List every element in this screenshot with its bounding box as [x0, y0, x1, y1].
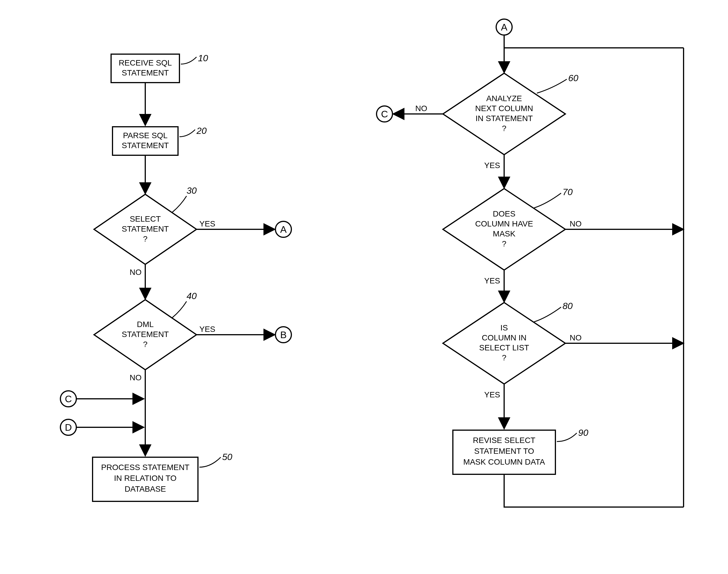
ref-40: 40 [186, 291, 197, 301]
ref-50: 50 [222, 452, 232, 462]
edge-30-yes-label: YES [199, 219, 215, 228]
edge-80-no-label: NO [570, 333, 582, 342]
leader-60 [537, 79, 567, 93]
ref-10: 10 [198, 53, 208, 63]
node-column-have-mask: DOES COLUMN HAVE MASK ? [443, 189, 565, 270]
svg-text:MASK: MASK [493, 229, 516, 238]
edge-90-feedback [504, 474, 684, 507]
node-receive-sql: RECEIVE SQL STATEMENT [111, 54, 179, 83]
node-parse-sql: PARSE SQL STATEMENT [113, 127, 178, 155]
edge-80-yes-label: YES [484, 390, 500, 399]
svg-text:?: ? [143, 235, 147, 243]
connector-A-right-label: A [501, 22, 508, 33]
connector-C-left-label: C [65, 394, 72, 404]
leader-50 [199, 457, 221, 467]
svg-text:?: ? [502, 353, 506, 362]
svg-text:SELECT: SELECT [130, 214, 161, 223]
node-process-statement: PROCESS STATEMENT IN RELATION TO DATABAS… [93, 457, 198, 501]
svg-text:ANALYZE: ANALYZE [486, 94, 522, 103]
svg-text:PROCESS STATEMENT: PROCESS STATEMENT [101, 463, 189, 472]
svg-text:STATEMENT TO: STATEMENT TO [474, 447, 534, 455]
svg-text:SELECT LIST: SELECT LIST [479, 343, 529, 352]
svg-text:?: ? [502, 124, 506, 133]
svg-text:DML: DML [137, 320, 154, 329]
node-revise-select: REVISE SELECT STATEMENT TO MASK COLUMN D… [453, 430, 555, 474]
svg-text:?: ? [143, 340, 147, 349]
leader-80 [534, 307, 561, 322]
leader-20 [179, 130, 195, 137]
svg-text:DOES: DOES [493, 209, 515, 218]
ref-70: 70 [562, 187, 573, 197]
leader-40 [172, 301, 186, 318]
node-dml-statement: DML STATEMENT ? [94, 300, 197, 370]
leader-10 [181, 57, 197, 64]
edge-60-no-label: NO [415, 104, 427, 113]
svg-text:PARSE SQL: PARSE SQL [123, 131, 168, 140]
edge-40-no-label: NO [130, 373, 141, 382]
ref-60: 60 [568, 73, 579, 83]
node-analyze-next-column: ANALYZE NEXT COLUMN IN STATEMENT ? [443, 73, 565, 155]
node-column-in-select-list: IS COLUMN IN SELECT LIST ? [443, 302, 565, 384]
leader-70 [534, 193, 561, 208]
connector-C-right-label: C [381, 109, 388, 119]
svg-text:?: ? [502, 239, 506, 248]
svg-text:COLUMN IN: COLUMN IN [482, 333, 526, 342]
svg-text:COLUMN HAVE: COLUMN HAVE [475, 219, 533, 228]
svg-text:STATEMENT: STATEMENT [122, 224, 169, 233]
svg-text:MASK COLUMN DATA: MASK COLUMN DATA [463, 457, 545, 466]
connector-B-label: B [280, 329, 287, 340]
svg-text:REVISE SELECT: REVISE SELECT [473, 436, 535, 445]
svg-text:STATEMENT: STATEMENT [122, 330, 169, 339]
edge-60-yes-label: YES [484, 161, 500, 170]
svg-text:RECEIVE SQL: RECEIVE SQL [119, 58, 172, 67]
ref-20: 20 [196, 126, 207, 136]
svg-text:IS: IS [501, 323, 508, 332]
edge-70-no-label: NO [570, 219, 582, 228]
svg-text:DATABASE: DATABASE [124, 485, 166, 493]
leader-30 [172, 196, 186, 212]
edge-70-yes-label: YES [484, 276, 500, 285]
flowchart-diagram: RECEIVE SQL STATEMENT 10 PARSE SQL STATE… [0, 0, 728, 574]
leader-90 [557, 433, 577, 442]
connector-A-left-label: A [280, 224, 287, 235]
svg-text:IN RELATION TO: IN RELATION TO [114, 474, 176, 483]
connector-D-label: D [65, 422, 72, 433]
ref-30: 30 [186, 186, 197, 196]
svg-text:NEXT COLUMN: NEXT COLUMN [475, 104, 533, 113]
svg-text:IN STATEMENT: IN STATEMENT [475, 114, 532, 123]
edge-40-yes-label: YES [199, 325, 215, 334]
ref-80: 80 [562, 301, 573, 311]
svg-text:STATEMENT: STATEMENT [122, 68, 169, 77]
node-select-statement: SELECT STATEMENT ? [94, 194, 197, 264]
svg-text:STATEMENT: STATEMENT [122, 141, 169, 150]
ref-90: 90 [578, 427, 589, 438]
edge-30-no-label: NO [130, 268, 141, 277]
